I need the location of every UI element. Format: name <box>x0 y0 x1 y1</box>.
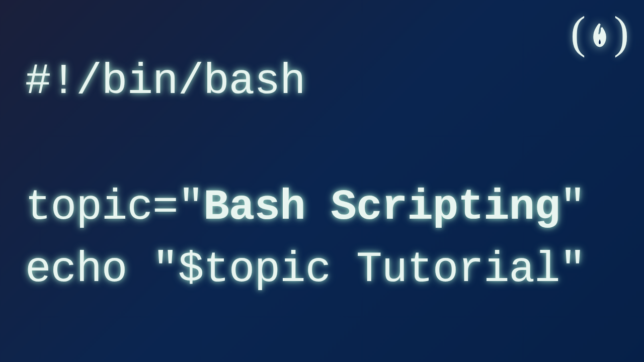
flame-icon <box>589 18 611 47</box>
shebang-line: #!/bin/bash <box>25 50 619 113</box>
left-paren: ( <box>571 10 586 55</box>
blank-line <box>25 113 619 176</box>
variable-assignment-line: topic="Bash Scripting" <box>25 176 619 239</box>
assignment-suffix: " <box>560 183 586 232</box>
topic-value: Bash Scripting <box>203 183 560 232</box>
code-block: #!/bin/bash topic="Bash Scripting" echo … <box>0 0 644 301</box>
echo-line: echo "$topic Tutorial" <box>25 238 619 301</box>
right-paren: ) <box>614 10 629 55</box>
freecodecamp-logo: ( ) <box>571 10 629 55</box>
assignment-prefix: topic=" <box>25 183 203 232</box>
